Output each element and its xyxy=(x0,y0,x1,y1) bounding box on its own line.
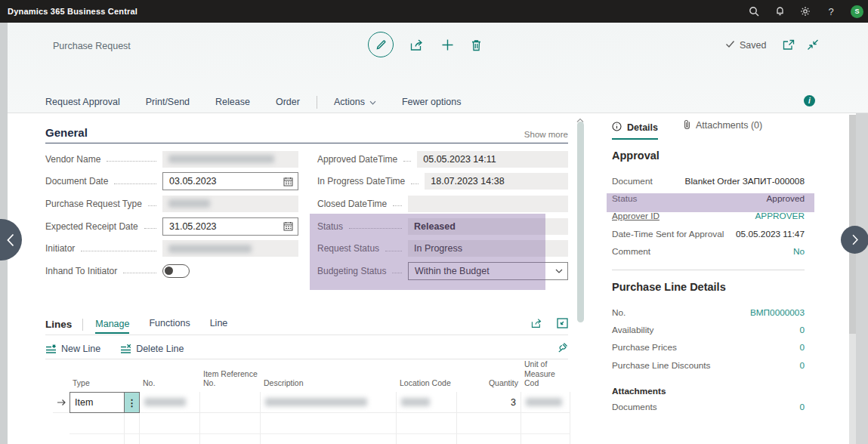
no-cell[interactable] xyxy=(140,392,200,413)
chevron-down-icon xyxy=(555,269,563,273)
collapse-icon[interactable] xyxy=(807,39,819,54)
focus-mode-icon[interactable] xyxy=(557,318,568,331)
chevron-down-icon xyxy=(369,97,376,107)
new-button[interactable] xyxy=(441,39,454,51)
documents-link[interactable]: 0 xyxy=(799,402,805,412)
purchase-line-discounts-link[interactable]: 0 xyxy=(799,360,805,371)
saved-check-icon xyxy=(725,40,735,51)
availability-link[interactable]: 0 xyxy=(799,325,805,335)
active-row-arrow-icon xyxy=(53,392,70,413)
col-location-code[interactable]: Location Code xyxy=(397,362,457,392)
location-code-cell[interactable] xyxy=(397,392,457,413)
expected-receipt-date-label: Expected Receipt Date xyxy=(45,221,138,232)
share-button[interactable] xyxy=(410,39,425,51)
pld-no-link[interactable]: ВМП0000003 xyxy=(750,307,805,318)
notifications-icon[interactable] xyxy=(774,5,786,17)
comment-link[interactable]: No xyxy=(793,246,805,257)
right-page-margin xyxy=(856,113,868,444)
budgeting-status-select[interactable]: Within the Budget xyxy=(408,262,568,280)
approval-status-row: Status Approved xyxy=(612,190,805,207)
uom-cell[interactable] xyxy=(521,392,570,413)
item-reference-cell[interactable] xyxy=(200,392,261,413)
help-icon[interactable]: ? xyxy=(825,5,837,17)
delete-button[interactable] xyxy=(471,39,482,51)
search-icon[interactable] xyxy=(748,5,760,17)
general-right-column: Approved DateTime 05.05.2023 14:11 In Pr… xyxy=(317,148,568,282)
col-quantity[interactable]: Quantity xyxy=(457,362,521,392)
purchase-request-type-label: Purchase Request Type xyxy=(45,199,142,209)
menu-fewer-options[interactable]: Fewer options xyxy=(402,97,462,107)
col-no[interactable]: No. xyxy=(140,362,200,392)
calendar-icon[interactable] xyxy=(283,177,293,187)
action-bar: Request Approval Print/Send Release Orde… xyxy=(45,92,823,112)
menu-print-send[interactable]: Print/Send xyxy=(146,97,190,107)
purchase-line-discounts-row: Purchase Line Discounts 0 xyxy=(612,356,805,374)
table-row-empty[interactable] xyxy=(53,434,570,444)
share-lines-icon[interactable] xyxy=(531,318,543,331)
content-scrollbar-thumb[interactable] xyxy=(577,122,584,322)
lines-divider xyxy=(82,319,83,331)
col-description[interactable]: Description xyxy=(261,362,397,392)
row-options-icon[interactable]: ⋮ xyxy=(125,392,140,413)
tab-attachments[interactable]: Attachments (0) xyxy=(684,119,762,137)
table-header-row: Type No. Item Reference No. Description … xyxy=(53,362,570,392)
type-cell[interactable]: Item xyxy=(70,392,125,413)
pin-icon[interactable] xyxy=(558,342,568,356)
user-avatar[interactable]: S xyxy=(851,5,863,18)
app-topbar: Dynamics 365 Business Central ? S xyxy=(0,0,868,23)
inhand-to-initiator-toggle-wrap xyxy=(162,263,298,279)
factbox-scrollbar-thumb[interactable] xyxy=(849,115,856,334)
purchase-prices-link[interactable]: 0 xyxy=(799,342,805,353)
description-cell[interactable] xyxy=(261,392,397,413)
table-row-empty[interactable] xyxy=(53,413,570,434)
app-title: Dynamics 365 Business Central xyxy=(8,7,137,16)
inhand-to-initiator-toggle[interactable] xyxy=(162,264,190,278)
quantity-cell[interactable]: 3 xyxy=(457,392,521,413)
new-line-button[interactable]: New Line xyxy=(45,344,100,354)
general-section-title[interactable]: General xyxy=(45,126,88,139)
approval-document-row: Document Blanket Order ЗАПИТ-000008 xyxy=(612,172,805,190)
tab-functions[interactable]: Functions xyxy=(149,318,190,331)
col-item-reference-no[interactable]: Item Reference No. xyxy=(200,362,261,392)
tab-line[interactable]: Line xyxy=(210,318,228,331)
tab-details[interactable]: Details xyxy=(612,122,658,140)
sent-for-approval-row: Date-Time Sent for Approval 05.05.2023 1… xyxy=(612,225,805,242)
menu-release[interactable]: Release xyxy=(215,97,250,107)
tab-manage[interactable]: Manage xyxy=(95,319,129,334)
initiator-field[interactable] xyxy=(162,240,298,257)
lines-section-title[interactable]: Lines xyxy=(45,319,72,330)
inhand-to-initiator-label: Inhand To Initiator xyxy=(45,266,117,276)
delete-line-button[interactable]: Delete Line xyxy=(120,344,184,354)
next-record-button[interactable] xyxy=(841,226,868,254)
menu-actions[interactable]: Actions xyxy=(334,97,376,107)
menu-order[interactable]: Order xyxy=(276,97,300,107)
settings-gear-icon[interactable] xyxy=(799,5,811,17)
edit-button[interactable] xyxy=(368,32,394,57)
menu-divider xyxy=(317,96,317,109)
col-type[interactable]: Type xyxy=(70,362,125,392)
expected-receipt-date-input[interactable]: 31.05.2023 xyxy=(162,217,298,236)
request-status-field[interactable]: In Progress xyxy=(408,240,568,257)
menu-request-approval[interactable]: Request Approval xyxy=(45,97,120,107)
approved-datetime-label: Approved DateTime xyxy=(317,154,397,165)
info-icon[interactable]: i xyxy=(804,95,815,106)
in-progress-datetime-field[interactable]: 18.07.2023 14:38 xyxy=(425,173,568,190)
purchase-prices-row: Purchase Prices 0 xyxy=(612,339,805,356)
show-more-link[interactable]: Show more xyxy=(524,130,568,139)
open-in-new-window-icon[interactable] xyxy=(783,39,795,54)
document-date-label: Document Date xyxy=(45,176,108,187)
calendar-icon[interactable] xyxy=(283,221,293,231)
purchase-request-type-field[interactable] xyxy=(162,196,298,212)
in-progress-datetime-label: In Progress DateTime xyxy=(317,176,405,187)
approver-id-link[interactable]: APPROVER xyxy=(755,211,805,221)
status-field[interactable]: Released xyxy=(408,218,568,235)
documents-row: Documents 0 xyxy=(612,399,805,416)
budgeting-status-label: Budgeting Status xyxy=(317,266,386,276)
approved-datetime-field[interactable]: 05.05.2023 14:11 xyxy=(417,151,568,168)
previous-record-button[interactable] xyxy=(0,219,22,261)
closed-datetime-field[interactable] xyxy=(408,196,568,212)
saved-status: Saved xyxy=(740,40,766,51)
document-date-input[interactable]: 03.05.2023 xyxy=(162,172,298,190)
vendor-name-field[interactable] xyxy=(162,151,298,168)
col-unit-of-measure[interactable]: Unit of Measure Cod xyxy=(521,362,570,392)
